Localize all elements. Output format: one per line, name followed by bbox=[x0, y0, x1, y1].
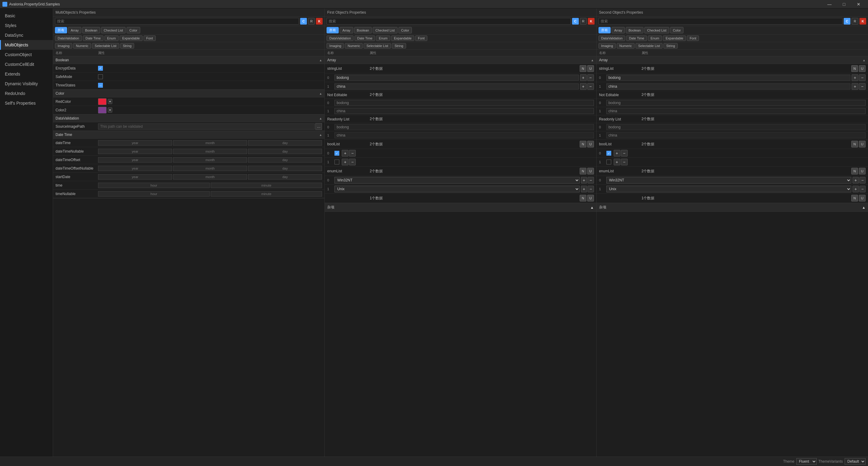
stringlist-0-plus-first[interactable]: + bbox=[580, 74, 587, 81]
btn-c-multi[interactable]: C bbox=[300, 18, 307, 25]
enumlist-0-second[interactable]: Win32NT Unix bbox=[607, 177, 851, 184]
stringlist-1-minus-second[interactable]: − bbox=[859, 83, 866, 90]
filter-numeric-second[interactable]: Numeric bbox=[617, 43, 634, 49]
filter-imaging-first[interactable]: Imaging bbox=[327, 43, 344, 49]
filter-array-first[interactable]: Array bbox=[340, 27, 353, 33]
minimize-button[interactable]: — bbox=[823, 0, 836, 8]
search-input-first[interactable] bbox=[327, 18, 570, 25]
misc-n-btn-second[interactable]: N bbox=[851, 195, 858, 201]
sidebar-item-redoundo[interactable]: RedoUndo bbox=[0, 89, 53, 98]
datetimenullable-day[interactable] bbox=[248, 149, 322, 154]
search-input-multi[interactable] bbox=[55, 18, 299, 25]
filter-expandable-second[interactable]: Expandable bbox=[663, 35, 686, 41]
section-array-second-header[interactable]: Array ▲ bbox=[597, 56, 868, 64]
filter-selectablelist-multi[interactable]: Selectable List bbox=[92, 43, 119, 49]
filter-checkedlist-first[interactable]: Checked List bbox=[373, 27, 398, 33]
boollist-1-plus-first[interactable]: + bbox=[342, 159, 348, 165]
filter-boolean-multi[interactable]: Boolean bbox=[82, 27, 100, 33]
filter-enum-first[interactable]: Enum bbox=[376, 35, 390, 41]
filter-checkedlist-multi[interactable]: Checked List bbox=[101, 27, 126, 33]
enumlist-0-minus-second[interactable]: − bbox=[860, 177, 866, 184]
stringlist-n-btn-second[interactable]: N bbox=[851, 65, 858, 72]
stringlist-0-minus-first[interactable]: − bbox=[587, 74, 594, 81]
filter-font-multi[interactable]: Font bbox=[144, 35, 156, 41]
boollist-1-check-second[interactable] bbox=[607, 160, 611, 164]
startdate-month[interactable] bbox=[173, 174, 247, 180]
boollist-0-minus-first[interactable]: − bbox=[349, 150, 356, 157]
misc-u-btn-second[interactable]: U bbox=[859, 195, 866, 201]
boollist-u-btn-first[interactable]: U bbox=[587, 141, 594, 148]
sidebar-item-datasync[interactable]: DataSync bbox=[0, 30, 53, 40]
sidebar-item-customobject[interactable]: CustomObject bbox=[0, 50, 53, 59]
boollist-u-btn-second[interactable]: U bbox=[859, 141, 866, 148]
filter-string-first[interactable]: String bbox=[392, 43, 406, 49]
enumlist-1-plus-first[interactable]: + bbox=[581, 186, 587, 192]
checkbox-threestates[interactable]: — bbox=[98, 83, 103, 88]
filter-all-first[interactable]: 所有 bbox=[327, 27, 339, 33]
stringlist-1-plus-first[interactable]: + bbox=[580, 83, 587, 90]
datetimeoffsetnull-month[interactable] bbox=[173, 166, 247, 171]
btn-k-first[interactable]: K bbox=[588, 18, 594, 25]
btn-c-second[interactable]: C bbox=[844, 18, 850, 25]
enumlist-u-btn-second[interactable]: U bbox=[859, 168, 866, 175]
sidebar-item-customcelledit[interactable]: CustomCellEdit bbox=[0, 59, 53, 69]
enumlist-n-btn-second[interactable]: N bbox=[851, 168, 858, 175]
filter-boolean-first[interactable]: Boolean bbox=[354, 27, 372, 33]
boollist-1-plus-second[interactable]: + bbox=[614, 159, 620, 165]
sidebar-item-styles[interactable]: Styles bbox=[0, 21, 53, 30]
boollist-1-check-first[interactable] bbox=[335, 160, 339, 164]
sidebar-item-basic[interactable]: Basic bbox=[0, 11, 53, 21]
datetime-day[interactable] bbox=[248, 140, 322, 146]
datetime-month[interactable] bbox=[173, 140, 247, 146]
filter-all-multi[interactable]: 所有 bbox=[55, 27, 67, 33]
datetimenullable-year[interactable] bbox=[98, 149, 172, 154]
sidebar-item-extends[interactable]: Extends bbox=[0, 69, 53, 79]
stringlist-1-first[interactable] bbox=[335, 84, 579, 90]
close-button[interactable]: ✕ bbox=[851, 0, 866, 8]
stringlist-0-first[interactable] bbox=[335, 74, 579, 81]
boollist-1-minus-second[interactable]: − bbox=[621, 159, 628, 165]
enumlist-0-minus-first[interactable]: − bbox=[588, 177, 594, 184]
timenullable-hour[interactable] bbox=[98, 191, 210, 196]
filter-color-multi[interactable]: Color bbox=[127, 27, 140, 33]
enumlist-0-first[interactable]: Win32NT Unix bbox=[335, 177, 580, 184]
section-color-header[interactable]: Color ▲ bbox=[53, 90, 324, 97]
enumlist-u-btn-first[interactable]: U bbox=[587, 168, 594, 175]
filter-datavalidation-first[interactable]: DataValidation bbox=[327, 35, 353, 41]
checkbox-safemode[interactable] bbox=[98, 74, 103, 79]
sourceimgpath-ellipsis[interactable]: … bbox=[315, 123, 322, 130]
enumlist-1-minus-first[interactable]: − bbox=[588, 186, 594, 192]
btn-c-first[interactable]: C bbox=[572, 18, 579, 25]
filter-array-multi[interactable]: Array bbox=[68, 27, 81, 33]
enumlist-1-minus-second[interactable]: − bbox=[860, 186, 866, 192]
stringlist-1-plus-second[interactable]: + bbox=[851, 83, 858, 90]
filter-imaging-second[interactable]: Imaging bbox=[598, 43, 616, 49]
datetimeoffsetnull-year[interactable] bbox=[98, 166, 172, 171]
filter-array-second[interactable]: Array bbox=[612, 27, 625, 33]
color2-swatch[interactable] bbox=[98, 107, 106, 114]
sidebar-item-dynamic-visibility[interactable]: Dynamic Visibility bbox=[0, 79, 53, 89]
filter-datetime-multi[interactable]: Date Time bbox=[83, 35, 103, 41]
filter-datavalidation-second[interactable]: DataValidation bbox=[598, 35, 625, 41]
redcolor-dropdown[interactable]: ▾ bbox=[108, 99, 112, 104]
enumlist-1-second[interactable]: Win32NT Unix bbox=[607, 186, 851, 192]
filter-numeric-multi[interactable]: Numeric bbox=[73, 43, 91, 49]
section-datetime-header[interactable]: Date Time ▲ bbox=[53, 131, 324, 138]
filter-imaging-multi[interactable]: Imaging bbox=[55, 43, 72, 49]
enumlist-1-plus-second[interactable]: + bbox=[852, 186, 859, 192]
boollist-0-plus-second[interactable]: + bbox=[614, 150, 620, 157]
btn-k-second[interactable]: K bbox=[860, 18, 866, 25]
time-hour[interactable] bbox=[98, 183, 210, 188]
filter-string-multi[interactable]: String bbox=[120, 43, 134, 49]
boollist-0-plus-first[interactable]: + bbox=[342, 150, 348, 157]
misc-section-header-second[interactable]: 杂项 ▲ bbox=[597, 203, 868, 212]
startdate-day[interactable] bbox=[248, 174, 322, 180]
stringlist-u-btn-first[interactable]: U bbox=[587, 65, 594, 72]
theme-select[interactable]: Fluent Simple bbox=[796, 458, 817, 465]
datetimeoffset-day[interactable] bbox=[248, 157, 322, 163]
filter-datetime-first[interactable]: Date Time bbox=[354, 35, 375, 41]
filter-checkedlist-second[interactable]: Checked List bbox=[644, 27, 669, 33]
datetimeoffsetnull-day[interactable] bbox=[248, 166, 322, 171]
filter-enum-second[interactable]: Enum bbox=[648, 35, 662, 41]
boollist-n-btn-first[interactable]: N bbox=[580, 141, 586, 148]
